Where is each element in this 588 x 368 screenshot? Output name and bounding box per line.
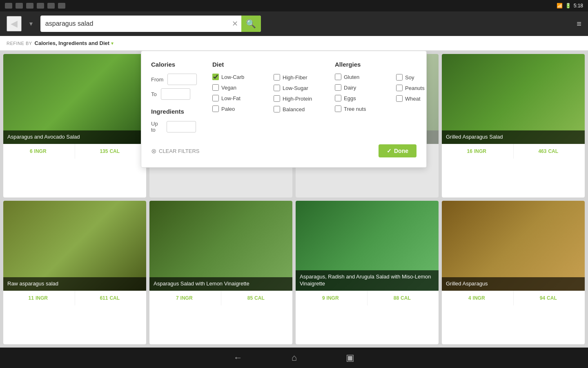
bottom-nav: ← ⌂ ▣ bbox=[0, 348, 588, 368]
diet-option-high-fiber: High-Fiber bbox=[274, 74, 318, 81]
filter-col-diet: Diet Low-Carb Vegan Low-Fat Paleo bbox=[212, 61, 257, 136]
card-stats-r6: 7 INGR 85 CAL bbox=[149, 291, 292, 305]
label-high-protein: High-Protein bbox=[283, 96, 312, 102]
calendar-icon bbox=[26, 3, 33, 9]
ingr-count-r6: 7 bbox=[176, 295, 179, 301]
done-label: Done bbox=[394, 148, 408, 154]
stat-cal-r2: 463 CAL bbox=[514, 144, 585, 159]
checkbox-wheat[interactable] bbox=[396, 95, 403, 102]
cal-label-r5: CAL bbox=[109, 295, 120, 301]
recipe-card-r1[interactable]: Asparagus and Avocado Salad 6 INGR 135 C… bbox=[3, 54, 146, 197]
filter-col-diet2: High-Fiber Low-Sugar High-Protein Balanc… bbox=[274, 74, 318, 136]
calories-title: Calories bbox=[151, 61, 196, 68]
checkbox-eggs[interactable] bbox=[335, 95, 341, 101]
ingr-label-r6: INGR bbox=[180, 295, 193, 301]
checkbox-balanced[interactable] bbox=[274, 106, 280, 112]
cal-label-r1: CAL bbox=[109, 148, 120, 154]
clear-filters-label: CLEAR FILTERS bbox=[159, 148, 199, 154]
recipe-card-r5[interactable]: Raw asparagus salad 11 INGR 611 CAL bbox=[3, 201, 146, 344]
diet-option-low-carb: Low-Carb bbox=[212, 74, 257, 80]
diet-option-low-sugar: Low-Sugar bbox=[274, 85, 318, 91]
recipe-title-r5: Raw asparagus salad bbox=[3, 277, 146, 291]
allergy-dairy: Dairy bbox=[335, 84, 380, 91]
recipe-card-r7[interactable]: Asparagus, Radish and Arugula Salad with… bbox=[296, 201, 439, 344]
checkbox-peanuts[interactable] bbox=[396, 85, 403, 91]
clear-filters-button[interactable]: ⊗ CLEAR FILTERS bbox=[151, 147, 199, 155]
refine-value: Calories, Ingredients and Diet bbox=[35, 40, 110, 46]
allergy-gluten: Gluten bbox=[335, 74, 380, 80]
filter-col-allergies: Allergies Gluten Dairy Eggs Tree nuts bbox=[335, 61, 380, 136]
image-icon bbox=[58, 3, 65, 9]
recipe-card-r8[interactable]: Grilled Asparagus 4 INGR 94 CAL bbox=[442, 201, 585, 344]
diet-option-balanced: Balanced bbox=[274, 106, 318, 112]
label-wheat: Wheat bbox=[405, 96, 421, 102]
status-icons bbox=[5, 3, 65, 9]
filter-footer: ⊗ CLEAR FILTERS ✓ Done bbox=[151, 144, 416, 157]
refine-bar[interactable]: REFINE BY Calories, Ingredients and Diet… bbox=[0, 36, 588, 51]
checkbox-low-carb[interactable] bbox=[212, 74, 219, 80]
ingr-label-r2: INGR bbox=[474, 148, 486, 154]
stat-cal-r7: 88 CAL bbox=[368, 291, 439, 305]
calories-to-input[interactable] bbox=[161, 88, 190, 100]
label-vegan: Vegan bbox=[221, 85, 236, 91]
label-low-carb: Low-Carb bbox=[221, 74, 244, 80]
label-peanuts: Peanuts bbox=[405, 85, 425, 91]
ingr-count-r8: 4 bbox=[468, 295, 471, 301]
search-input[interactable] bbox=[40, 20, 229, 27]
stat-cal-r8: 94 CAL bbox=[514, 291, 585, 305]
ingredients-title: Ingredients bbox=[151, 108, 196, 115]
recipe-card-r6[interactable]: Asparagus Salad with Lemon Vinaigrette 7… bbox=[149, 201, 292, 344]
label-eggs: Eggs bbox=[344, 95, 356, 101]
checkbox-treenuts[interactable] bbox=[335, 105, 341, 112]
checkbox-vegan[interactable] bbox=[212, 84, 219, 91]
ingredients-upto-row: Up to bbox=[151, 121, 196, 133]
battery-icon: 🔋 bbox=[565, 3, 571, 9]
checkbox-low-sugar[interactable] bbox=[274, 85, 280, 91]
recipe-title-r1: Asparagus and Avocado Salad bbox=[3, 130, 146, 144]
stat-cal-r6: 85 CAL bbox=[221, 291, 293, 305]
checkbox-low-fat[interactable] bbox=[212, 95, 219, 101]
notification-icon bbox=[5, 3, 12, 9]
stat-cal-r5: 611 CAL bbox=[75, 291, 147, 305]
filter-dropdown: Calories From To Ingredients Up to bbox=[141, 51, 427, 168]
ingr-label-r8: INGR bbox=[473, 295, 485, 301]
card-stats-r2: 16 INGR 463 CAL bbox=[442, 144, 585, 159]
stat-ingr-r6: 7 INGR bbox=[149, 291, 221, 305]
ingr-label-r5: INGR bbox=[36, 295, 48, 301]
cal-label-r2: CAL bbox=[548, 148, 558, 154]
checkbox-soy[interactable] bbox=[396, 74, 403, 81]
nav-back-button[interactable]: ← bbox=[234, 352, 243, 363]
email-icon bbox=[16, 3, 23, 9]
ingredients-upto-input[interactable] bbox=[167, 121, 196, 132]
to-label: To bbox=[151, 91, 157, 97]
label-gluten: Gluten bbox=[344, 74, 359, 80]
label-soy: Soy bbox=[405, 74, 414, 81]
nav-recent-button[interactable]: ▣ bbox=[346, 352, 354, 363]
stat-ingr-r1: 6 INGR bbox=[3, 144, 75, 159]
back-button[interactable]: ◀ bbox=[7, 16, 22, 31]
checkbox-high-protein[interactable] bbox=[274, 95, 280, 102]
calories-from-input[interactable] bbox=[167, 74, 197, 85]
done-button[interactable]: ✓ Done bbox=[379, 144, 416, 157]
from-label: From bbox=[151, 76, 163, 83]
search-button[interactable]: 🔍 bbox=[241, 16, 261, 32]
recipe-title-r6: Asparagus Salad with Lemon Vinaigrette bbox=[149, 277, 292, 291]
dropdown-arrow-icon[interactable]: ▼ bbox=[27, 19, 36, 29]
allergy-eggs: Eggs bbox=[335, 95, 380, 101]
menu-button[interactable]: ≡ bbox=[577, 19, 581, 29]
search-clear-icon[interactable]: ✕ bbox=[229, 19, 241, 28]
checkbox-dairy[interactable] bbox=[335, 84, 341, 91]
refine-label: REFINE BY bbox=[7, 41, 32, 46]
done-checkmark-icon: ✓ bbox=[387, 148, 392, 154]
checkbox-paleo[interactable] bbox=[212, 105, 219, 112]
diet-option-paleo: Paleo bbox=[212, 105, 257, 112]
ingr-label-r1: INGR bbox=[34, 148, 47, 154]
recipe-card-r2[interactable]: Grilled Asparagus Salad 16 INGR 463 CAL bbox=[442, 54, 585, 197]
checkbox-gluten[interactable] bbox=[335, 74, 341, 80]
allergy-treenuts: Tree nuts bbox=[335, 105, 380, 112]
diet-option-high-protein: High-Protein bbox=[274, 95, 318, 102]
chart-icon bbox=[37, 3, 44, 9]
ingr-count-r5: 11 bbox=[29, 295, 34, 301]
checkbox-high-fiber[interactable] bbox=[274, 74, 280, 81]
nav-home-button[interactable]: ⌂ bbox=[292, 352, 297, 363]
